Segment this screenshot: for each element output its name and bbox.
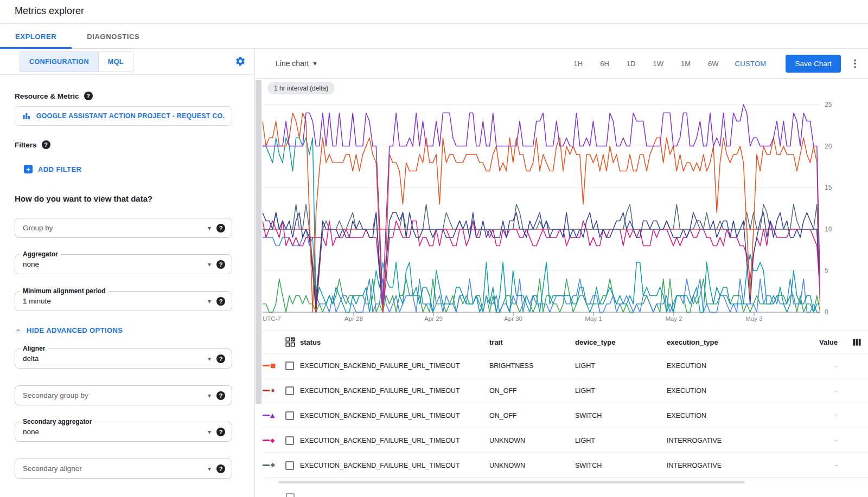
chevron-down-icon: ▾ bbox=[208, 465, 211, 473]
cell-device-type: SWITCH bbox=[575, 462, 667, 469]
cell-execution-type: EXECUTION bbox=[667, 362, 786, 370]
chevron-up-icon bbox=[15, 327, 22, 334]
column-settings-icon[interactable] bbox=[852, 338, 861, 347]
range-6h[interactable]: 6H bbox=[600, 60, 609, 68]
square-marker-icon: ■ bbox=[270, 363, 276, 369]
save-chart-button[interactable]: Save Chart bbox=[786, 55, 841, 73]
chevron-down-icon: ▾ bbox=[208, 355, 211, 363]
x-tick-label: Apr 29 bbox=[412, 315, 455, 322]
cell-value: - bbox=[786, 362, 838, 370]
star-marker-icon: ★ bbox=[270, 388, 276, 393]
cell-value: - bbox=[786, 462, 838, 469]
chart-type-dropdown[interactable]: Line chart ▾ bbox=[276, 59, 317, 68]
aligner-select[interactable]: Aligner delta ▾ ? bbox=[15, 348, 232, 369]
vertical-scrollbar[interactable] bbox=[256, 80, 261, 404]
tab-explorer[interactable]: EXPLORER bbox=[0, 24, 72, 49]
select-all-series-icon[interactable] bbox=[285, 337, 295, 347]
min-alignment-value: 1 minute bbox=[23, 297, 208, 305]
column-header-trait[interactable]: trait bbox=[489, 338, 575, 346]
interval-chip: 1 hr interval (delta) bbox=[267, 82, 335, 94]
range-1m[interactable]: 1M bbox=[681, 60, 691, 68]
table-row[interactable]: ■EXECUTION_BACKEND_FAILURE_URL_TIMEOUTBR… bbox=[263, 353, 868, 378]
cell-trait: UNKNOWN bbox=[489, 462, 575, 469]
column-header-execution-type[interactable]: execution_type bbox=[667, 338, 786, 346]
aggregator-select[interactable]: Aggregator none ▾ ? bbox=[15, 254, 232, 274]
mode-configuration-button[interactable]: CONFIGURATION bbox=[20, 52, 98, 72]
secondary-aggregator-select[interactable]: Secondary aggregator none ▾ ? bbox=[15, 422, 232, 442]
line-chart-plot[interactable] bbox=[263, 103, 820, 318]
table-row[interactable]: ◆EXECUTION_BACKEND_FAILURE_URL_TIMEOUTUN… bbox=[263, 428, 868, 453]
cell-value: - bbox=[786, 412, 838, 419]
table-row[interactable]: ▲EXECUTION_BACKEND_FAILURE_URL_TIMEOUTON… bbox=[263, 403, 868, 428]
series-checkbox[interactable] bbox=[286, 493, 295, 497]
help-icon[interactable]: ? bbox=[84, 92, 93, 100]
series-checkbox[interactable] bbox=[285, 386, 294, 395]
time-range-group: CUSTOM 1H6H1D1W1M6W Save Chart ⋮ bbox=[565, 55, 868, 73]
chart-toolbar: Line chart ▾ CUSTOM 1H6H1D1W1M6W Save Ch… bbox=[255, 49, 868, 79]
chevron-down-icon: ▾ bbox=[313, 60, 316, 67]
secondary-group-by-select[interactable]: Secondary group by ▾ ? bbox=[15, 385, 232, 405]
range-1d[interactable]: 1D bbox=[627, 60, 636, 68]
series-checkbox[interactable] bbox=[285, 436, 294, 445]
hide-advanced-options-toggle[interactable]: HIDE ADVANCED OPTIONS bbox=[15, 326, 123, 334]
series-checkbox[interactable] bbox=[285, 411, 294, 420]
help-icon[interactable]: ? bbox=[216, 224, 225, 233]
cell-value: - bbox=[786, 387, 838, 395]
mode-mql-button[interactable]: MQL bbox=[98, 52, 133, 72]
settings-gear-icon[interactable] bbox=[235, 56, 246, 67]
chevron-down-icon: ▾ bbox=[208, 224, 211, 232]
series-line-sample bbox=[263, 390, 270, 391]
group-by-placeholder: Group by bbox=[23, 224, 208, 232]
add-filter-button[interactable]: + ADD FILTER bbox=[24, 165, 81, 173]
min-alignment-select[interactable]: Minimum alignment period 1 minute ▾ ? bbox=[15, 291, 232, 311]
series-line-sample bbox=[263, 365, 270, 366]
help-icon[interactable]: ? bbox=[42, 140, 50, 149]
view-data-heading: How do you want to view that data? bbox=[15, 194, 152, 203]
y-tick-label: 10 bbox=[825, 225, 841, 233]
cell-execution-type: EXECUTION bbox=[667, 412, 786, 419]
kebab-menu-icon[interactable]: ⋮ bbox=[850, 57, 860, 69]
chevron-down-icon: ▾ bbox=[208, 392, 211, 399]
help-icon[interactable]: ? bbox=[216, 391, 225, 400]
resource-metric-selector[interactable]: GOOGLE ASSISTANT ACTION PROJECT - REQUES… bbox=[15, 106, 232, 126]
mode-toggle: CONFIGURATION MQL bbox=[20, 51, 133, 72]
series-checkbox[interactable] bbox=[285, 362, 294, 370]
help-icon[interactable]: ? bbox=[216, 354, 225, 363]
cell-device-type: LIGHT bbox=[575, 387, 667, 395]
aggregator-label: Aggregator bbox=[20, 250, 61, 258]
cell-trait: ON_OFF bbox=[489, 387, 575, 395]
series-line-sample bbox=[263, 415, 270, 416]
series-checkbox[interactable] bbox=[285, 461, 294, 470]
column-header-value[interactable]: Value bbox=[786, 338, 838, 346]
add-filter-label: ADD FILTER bbox=[38, 165, 81, 173]
legend-table: status trait device_type execution_type … bbox=[263, 331, 868, 478]
help-icon[interactable]: ? bbox=[216, 464, 225, 473]
secondary-aligner-select[interactable]: Secondary aligner ▾ ? bbox=[15, 459, 232, 479]
orange-series bbox=[263, 113, 820, 312]
x-tick-label: May 3 bbox=[732, 315, 776, 322]
range-1w[interactable]: 1W bbox=[653, 60, 663, 68]
hide-advanced-options-label: HIDE ADVANCED OPTIONS bbox=[27, 326, 123, 334]
metrics-explorer-app: Metrics explorer EXPLORER DIAGNOSTICS CO… bbox=[0, 0, 868, 497]
tab-diagnostics[interactable]: DIAGNOSTICS bbox=[72, 24, 155, 49]
add-box-icon: + bbox=[24, 165, 33, 173]
page-title: Metrics explorer bbox=[15, 5, 84, 17]
table-row[interactable]: ✱EXECUTION_BACKEND_FAILURE_URL_TIMEOUTUN… bbox=[263, 453, 868, 478]
group-by-select[interactable]: Group by ▾ ? bbox=[15, 218, 232, 238]
range-6w[interactable]: 6W bbox=[708, 60, 719, 68]
column-header-device-type[interactable]: device_type bbox=[575, 338, 667, 346]
filters-label: Filters bbox=[15, 141, 37, 149]
horizontal-scrollbar[interactable] bbox=[278, 481, 745, 483]
range-1h[interactable]: 1H bbox=[574, 60, 583, 68]
cell-trait: BRIGHTNESS bbox=[489, 362, 575, 370]
y-tick-label: 25 bbox=[825, 101, 841, 108]
help-icon[interactable]: ? bbox=[216, 428, 225, 436]
help-icon[interactable]: ? bbox=[216, 297, 225, 306]
filters-label-row: Filters ? bbox=[15, 140, 50, 149]
table-row[interactable]: ★EXECUTION_BACKEND_FAILURE_URL_TIMEOUTON… bbox=[263, 378, 868, 403]
line-chart-svg bbox=[263, 103, 820, 318]
chevron-down-icon: ▾ bbox=[208, 298, 211, 305]
column-header-status[interactable]: status bbox=[300, 338, 489, 346]
range-custom[interactable]: CUSTOM bbox=[735, 60, 767, 68]
help-icon[interactable]: ? bbox=[216, 260, 225, 269]
